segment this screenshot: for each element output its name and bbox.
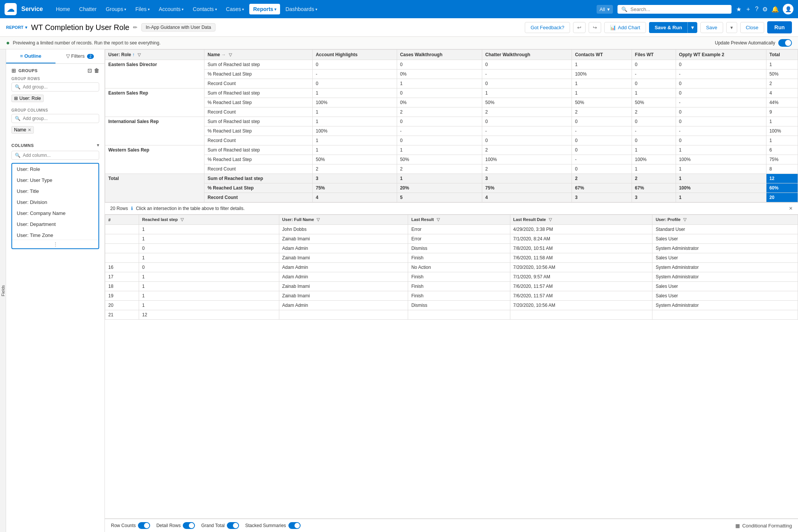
data-cell[interactable]: 0	[676, 88, 766, 98]
data-cell[interactable]: -	[676, 126, 766, 136]
filter-icon-name[interactable]: ▽	[317, 217, 320, 222]
data-cell[interactable]: 44%	[766, 98, 798, 107]
data-cell[interactable]: -	[572, 126, 632, 136]
dropdown-item-user-title[interactable]: User: Title	[12, 186, 98, 197]
data-cell[interactable]: 20%	[397, 183, 482, 193]
data-cell[interactable]: 0	[632, 117, 676, 126]
data-cell[interactable]: 3	[482, 174, 572, 183]
data-cell[interactable]: 0	[482, 60, 572, 69]
data-cell[interactable]: 0	[572, 164, 632, 174]
data-cell[interactable]: 50%	[312, 155, 397, 164]
data-cell[interactable]: 1	[312, 136, 397, 145]
data-cell[interactable]: 100%	[312, 126, 397, 136]
data-cell[interactable]: 0	[676, 117, 766, 126]
filter-icon-reached[interactable]: ▽	[180, 217, 184, 222]
filter-icon-name[interactable]: ▽	[229, 52, 232, 57]
data-cell[interactable]: 1	[482, 88, 572, 98]
data-cell[interactable]: 0	[632, 136, 676, 145]
data-cell[interactable]: 50%	[766, 69, 798, 79]
data-cell[interactable]: 2	[397, 107, 482, 117]
data-cell[interactable]: 4	[766, 88, 798, 98]
data-cell[interactable]: 2	[482, 107, 572, 117]
data-cell[interactable]: -	[632, 126, 676, 136]
stacked-summaries-switch[interactable]	[288, 522, 301, 529]
nav-dashboards[interactable]: Dashboards ▾	[282, 4, 321, 14]
dropdown-item-user-dept[interactable]: User: Department	[12, 219, 98, 230]
data-cell[interactable]: 100%	[766, 126, 798, 136]
data-cell[interactable]: 1	[632, 88, 676, 98]
data-cell[interactable]: 1	[397, 174, 482, 183]
data-cell[interactable]: 2	[632, 174, 676, 183]
add-group-col-input[interactable]	[23, 116, 96, 121]
avatar[interactable]: 👤	[783, 4, 793, 14]
data-cell[interactable]: 1	[766, 117, 798, 126]
data-cell[interactable]: 0	[572, 145, 632, 155]
data-cell[interactable]: 50%	[482, 98, 572, 107]
data-cell[interactable]: 67%	[572, 183, 632, 193]
data-cell[interactable]: 0	[312, 79, 397, 88]
data-cell[interactable]: 0%	[397, 69, 482, 79]
data-cell[interactable]: 0	[482, 79, 572, 88]
data-cell[interactable]: 3	[312, 174, 397, 183]
data-cell[interactable]: 2	[766, 79, 798, 88]
data-cell[interactable]: 9	[766, 107, 798, 117]
data-cell[interactable]: 1	[312, 117, 397, 126]
data-cell[interactable]: 2	[572, 107, 632, 117]
data-cell[interactable]: 0	[632, 79, 676, 88]
delete-icon[interactable]: 🗑	[94, 68, 100, 74]
dropdown-item-user-role[interactable]: User: Role	[12, 164, 98, 175]
data-cell[interactable]: 1	[572, 88, 632, 98]
fields-tab[interactable]: Fields	[0, 49, 6, 532]
help-icon[interactable]: ?	[755, 6, 758, 13]
data-cell[interactable]: 100%	[632, 155, 676, 164]
data-cell[interactable]: 0	[676, 60, 766, 69]
data-cell[interactable]: 0	[676, 79, 766, 88]
data-cell[interactable]: 1	[676, 164, 766, 174]
save-run-button[interactable]: Save & Run	[649, 22, 688, 33]
save-button[interactable]: Save	[700, 22, 723, 33]
data-cell[interactable]: 100%	[676, 155, 766, 164]
data-cell[interactable]: 100%	[572, 69, 632, 79]
data-cell[interactable]: 0	[397, 136, 482, 145]
data-cell[interactable]: 1	[632, 145, 676, 155]
data-cell[interactable]: 4	[312, 193, 397, 202]
run-button[interactable]: Run	[767, 21, 792, 33]
data-cell[interactable]: 50%	[572, 98, 632, 107]
nav-chatter[interactable]: Chatter	[75, 4, 100, 14]
data-cell[interactable]: 8	[766, 164, 798, 174]
data-cell[interactable]: 1	[572, 79, 632, 88]
row-counts-switch[interactable]	[138, 522, 150, 529]
data-cell[interactable]: -	[397, 126, 482, 136]
edit-icon[interactable]: ✏	[133, 24, 138, 30]
data-cell[interactable]: 0	[632, 60, 676, 69]
data-cell[interactable]: -	[572, 155, 632, 164]
data-cell[interactable]: 1	[766, 60, 798, 69]
nav-groups[interactable]: Groups ▾	[102, 4, 130, 14]
data-cell[interactable]: 0%	[397, 98, 482, 107]
save-split-arrow[interactable]: ▾	[688, 22, 697, 33]
undo-button[interactable]: ↩	[573, 22, 586, 33]
expand-icon[interactable]: ⊡	[87, 68, 92, 74]
add-icon[interactable]: ＋	[745, 5, 751, 13]
add-group-input[interactable]	[23, 84, 96, 90]
add-column-input[interactable]	[23, 153, 96, 158]
settings-icon[interactable]: ⚙	[762, 6, 768, 13]
total-highlighted[interactable]: 12	[766, 174, 798, 183]
data-cell[interactable]: 0	[482, 117, 572, 126]
data-cell[interactable]: 1	[766, 136, 798, 145]
data-cell[interactable]: -	[482, 69, 572, 79]
data-cell[interactable]: 1	[676, 145, 766, 155]
data-cell[interactable]: 0	[397, 117, 482, 126]
favorites-icon[interactable]: ★	[736, 6, 741, 13]
nav-contacts[interactable]: Contacts ▾	[189, 4, 220, 14]
data-cell[interactable]: 50%	[632, 98, 676, 107]
data-cell[interactable]: 0	[572, 117, 632, 126]
data-cell[interactable]: 0	[676, 136, 766, 145]
data-cell[interactable]: 2	[397, 164, 482, 174]
data-cell[interactable]: 100%	[312, 98, 397, 107]
data-cell[interactable]: 100%	[482, 155, 572, 164]
data-cell[interactable]: 0	[397, 60, 482, 69]
search-all-selector[interactable]: All ▾	[597, 5, 613, 14]
data-cell[interactable]: 0	[397, 88, 482, 98]
notifications-icon[interactable]: 🔔	[771, 6, 779, 13]
